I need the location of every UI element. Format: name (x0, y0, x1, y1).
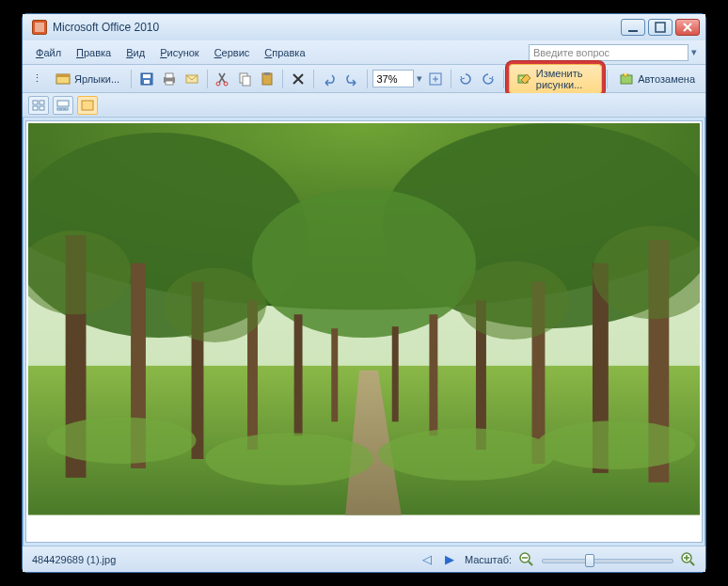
zoom-in-button[interactable] (681, 552, 696, 567)
paste-icon (260, 71, 275, 87)
svg-rect-21 (33, 101, 38, 104)
copy-icon (237, 71, 252, 87)
rotate-right-button[interactable] (478, 69, 499, 89)
image-viewport[interactable] (25, 120, 703, 543)
svg-point-11 (216, 82, 220, 86)
svg-rect-25 (57, 101, 69, 106)
svg-rect-29 (82, 101, 93, 110)
autocorrect-icon (619, 71, 634, 87)
zoom-label: Масштаб: (465, 554, 512, 565)
separator (313, 70, 314, 88)
zoom-slider-thumb[interactable] (585, 554, 594, 567)
svg-point-53 (164, 268, 266, 342)
svg-point-54 (457, 261, 569, 340)
grip-icon[interactable]: ⋮ (26, 69, 47, 89)
separator (131, 70, 132, 88)
svg-point-51 (536, 420, 695, 469)
single-icon (81, 100, 94, 111)
menu-edit[interactable]: Правка (69, 44, 119, 61)
delete-button[interactable] (288, 69, 309, 89)
rotate-left-button[interactable] (455, 69, 476, 89)
fit-icon (428, 71, 443, 87)
separator (503, 70, 504, 88)
copy-button[interactable] (234, 69, 255, 89)
minimize-button[interactable] (621, 19, 645, 36)
svg-rect-1 (656, 23, 665, 32)
paste-button[interactable] (257, 69, 277, 89)
toolbar: ⋮ Ярлыки... 37% ▾ Изменить рисунки... (23, 65, 705, 93)
menu-tools[interactable]: Сервис (207, 44, 258, 61)
separator (607, 70, 608, 88)
help-search-input[interactable]: Введите вопрос (529, 44, 688, 61)
separator (207, 70, 208, 88)
forest-image (28, 123, 700, 515)
zoom-value: 37% (377, 73, 398, 85)
undo-icon (322, 71, 337, 87)
thumbnails-view-button[interactable] (28, 96, 49, 115)
rotate-left-icon (458, 71, 473, 87)
next-image-button[interactable]: ▶ (442, 552, 457, 566)
svg-rect-3 (56, 74, 70, 77)
save-button[interactable] (136, 69, 157, 89)
title-bar[interactable]: Microsoft Office 2010 (23, 14, 705, 40)
svg-point-48 (47, 417, 197, 464)
svg-rect-43 (429, 314, 437, 436)
svg-rect-9 (166, 81, 173, 85)
svg-point-35 (252, 188, 476, 338)
redo-icon (344, 71, 359, 87)
menu-help[interactable]: Справка (257, 44, 312, 61)
zoom-dropdown[interactable]: ▾ (416, 72, 423, 85)
svg-rect-23 (33, 106, 38, 110)
separator (282, 70, 283, 88)
svg-point-49 (205, 433, 372, 485)
svg-rect-27 (61, 108, 64, 110)
svg-rect-6 (144, 80, 150, 84)
zoom-slider[interactable] (542, 552, 673, 567)
view-bar (23, 93, 705, 118)
svg-rect-42 (392, 326, 399, 421)
status-bar: 484429689 (1).jpg ◁ ▶ Масштаб: (23, 546, 705, 572)
svg-rect-0 (628, 30, 638, 32)
help-search-dropdown[interactable]: ▾ (688, 46, 700, 58)
delete-icon (291, 71, 306, 87)
svg-point-50 (378, 428, 555, 481)
filmstrip-view-button[interactable] (53, 96, 73, 115)
rotate-right-icon (481, 71, 496, 87)
filmstrip-icon (56, 100, 70, 111)
application-window: Microsoft Office 2010 Файл Правка Вид Ри… (22, 13, 706, 573)
svg-rect-24 (40, 106, 44, 110)
filename-label: 484429689 (1).jpg (32, 554, 116, 565)
edit-pictures-icon (517, 71, 532, 87)
edit-pictures-label: Изменить рисунки... (536, 68, 594, 90)
shortcuts-button[interactable]: Ярлыки... (49, 69, 126, 89)
svg-rect-16 (264, 72, 270, 75)
close-button[interactable] (675, 19, 700, 36)
cut-button[interactable] (212, 69, 232, 89)
menu-view[interactable]: Вид (119, 44, 152, 61)
print-button[interactable] (159, 69, 180, 89)
svg-rect-26 (57, 108, 60, 110)
svg-rect-41 (331, 328, 338, 421)
menu-file[interactable]: Файл (28, 44, 69, 61)
maximize-button[interactable] (648, 19, 673, 36)
undo-button[interactable] (319, 69, 340, 89)
cut-icon (214, 71, 229, 87)
svg-point-12 (224, 82, 228, 86)
svg-rect-28 (65, 108, 68, 110)
menu-picture[interactable]: Рисунок (152, 44, 207, 61)
svg-rect-5 (143, 74, 150, 78)
edit-pictures-button[interactable]: Изменить рисунки... (509, 64, 603, 94)
prev-image-button[interactable]: ◁ (419, 552, 435, 566)
zoom-fit-button[interactable] (425, 69, 446, 89)
window-controls (621, 19, 700, 36)
autocorrect-label: Автозамена (638, 73, 695, 85)
autocorrect-button[interactable]: Автозамена (612, 69, 702, 89)
zoom-out-button[interactable] (519, 552, 534, 567)
shortcuts-label: Ярлыки... (74, 73, 119, 85)
svg-rect-40 (294, 314, 303, 436)
redo-button[interactable] (341, 69, 362, 89)
svg-rect-14 (243, 76, 250, 86)
mail-button[interactable] (182, 69, 202, 89)
single-view-button[interactable] (77, 96, 98, 115)
zoom-combo[interactable]: 37% (372, 70, 414, 87)
